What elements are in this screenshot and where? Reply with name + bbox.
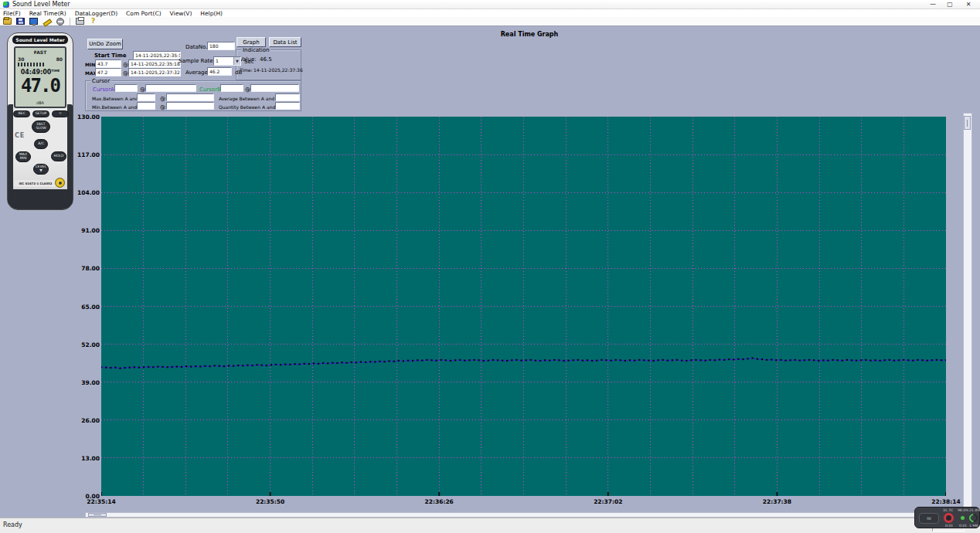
device-fast-slow-button: FASTSLOW — [32, 121, 50, 133]
minimize-button[interactable]: — — [926, 0, 940, 8]
y-tick-label: 91.00 — [81, 227, 100, 234]
stop-icon — [56, 18, 64, 25]
lcd-unit: dBA — [15, 100, 65, 105]
lcd-bargraph — [18, 63, 44, 66]
sec-label: Sec — [244, 59, 254, 65]
datano-label: DataNo. — [185, 44, 207, 50]
max-between-value-field[interactable] — [137, 93, 155, 101]
datano-field[interactable]: 180 — [207, 42, 235, 50]
record-icon[interactable] — [944, 513, 954, 523]
cursor-b-time-field[interactable] — [250, 84, 299, 92]
cursor-b-label: CursorB — [199, 87, 221, 93]
min-between-at: @ — [160, 104, 165, 110]
performance-overlay[interactable]: ≈ 31.7C 0:01 98.0% 0:01 21.4% 1.9M — [914, 507, 980, 528]
scribble-icon[interactable]: ≈ — [919, 513, 939, 524]
menu-view[interactable]: View(V) — [170, 10, 192, 17]
device-hold-button: HOLD — [51, 151, 66, 161]
lcd-range-high: 80 — [56, 56, 63, 62]
menu-file[interactable]: File(F) — [3, 10, 21, 17]
indication-value: 46.5 — [260, 56, 272, 63]
cursor-b-at: @ — [245, 87, 250, 93]
average-label: Average — [185, 70, 208, 76]
device-rec-button: REC — [13, 110, 30, 117]
close-button[interactable]: ✕ — [961, 0, 975, 8]
max-between-time-field[interactable] — [166, 93, 214, 101]
pen-button[interactable] — [42, 17, 52, 25]
save-icon — [16, 18, 25, 25]
x-tick-label: 22:38:14 — [931, 498, 960, 505]
undo-zoom-button[interactable]: UnDo Zoom — [87, 39, 123, 49]
app-icon — [3, 2, 9, 8]
cursor-b-value-field[interactable] — [220, 84, 243, 92]
overlay-gauge-bottom-label: 1.9M — [969, 524, 978, 528]
x-tick-label: 22:37:38 — [763, 498, 791, 505]
help-button[interactable]: ? — [88, 17, 98, 25]
vertical-scrollbar-thumb[interactable] — [964, 116, 971, 130]
mic-level-icon — [961, 516, 965, 520]
db-label: dB — [235, 70, 242, 76]
min-time-field[interactable]: 14-11-2025,22:35:18 — [128, 59, 181, 68]
max-at: @ — [123, 70, 128, 76]
overlay-mic-time: 0:01 — [959, 524, 967, 528]
start-time-label: Start Time — [94, 53, 127, 59]
max-between-label: Max.Between A and B — [92, 96, 143, 101]
control-panel: UnDo Zoom DataNo. 180 Graph Data List In… — [83, 36, 301, 111]
x-tick-label: 22:35:14 — [87, 498, 115, 505]
y-tick-label: 130.00 — [77, 114, 100, 121]
print-button[interactable] — [75, 17, 85, 25]
cursor-a-time-field[interactable] — [145, 84, 196, 92]
data-list-button[interactable]: Data List — [269, 37, 301, 47]
sample-rate-combo[interactable]: 1 ▼ — [213, 56, 241, 66]
x-axis-labels: 22:35:1422:35:5022:36:2622:37:0222:37:38… — [101, 498, 946, 506]
quantity-between-field[interactable] — [275, 102, 300, 110]
sound-level-meter-device-image: Sound Level Meter FAST 30 80 04:49:00TIM… — [7, 32, 73, 210]
device-bottom — [8, 189, 73, 209]
y-tick-label: 26.00 — [81, 416, 100, 423]
stop-button[interactable] — [55, 17, 65, 25]
menu-datalogger[interactable]: DataLogger(D) — [75, 10, 117, 17]
min-value-field[interactable]: 43.7 — [95, 59, 121, 68]
x-tick-label: 22:35:50 — [256, 498, 284, 505]
overlay-mic-top-label: 98.0% — [958, 508, 968, 512]
average-field[interactable]: 46.2 — [207, 67, 232, 76]
menu-bar: File(F) Real Time(R) DataLogger(D) Com P… — [0, 9, 980, 17]
lcd-range-low: 30 — [18, 56, 24, 62]
min-between-time-field[interactable] — [166, 102, 214, 110]
open-button[interactable] — [2, 17, 12, 25]
device-level-button: LEVEL▼ — [33, 164, 49, 175]
min-label: MIN — [20, 157, 27, 161]
max-value-field[interactable]: 47.2 — [95, 68, 121, 76]
overlay-rec-top-label: 31.7C — [943, 508, 953, 512]
min-between-value-field[interactable] — [137, 102, 155, 110]
maximize-button[interactable]: ▢ — [943, 0, 957, 8]
indication-time: 14-11-2025,22:37:36 — [254, 67, 303, 73]
horizontal-scrollbar[interactable] — [85, 512, 962, 518]
status-bar: Ready NUM — [0, 518, 980, 533]
x-tick-label: 22:36:26 — [425, 498, 454, 505]
menu-help[interactable]: Help(H) — [200, 10, 223, 17]
menu-real-time[interactable]: Real Time(R) — [29, 10, 66, 17]
plot-canvas[interactable] — [101, 117, 946, 496]
max-time-field[interactable]: 14-11-2025,22:37:32 — [128, 68, 181, 76]
plot-area[interactable] — [101, 117, 946, 496]
min-at: @ — [123, 62, 128, 68]
menu-com-port[interactable]: Com Port(C) — [126, 10, 161, 17]
horizontal-scrollbar-thumb[interactable] — [88, 513, 107, 517]
y-tick-label: 65.00 — [81, 303, 100, 310]
slow-label: SLOW — [36, 127, 46, 131]
indication-group: Indication Value: 46.5 Time: 14-11-2025,… — [236, 49, 301, 80]
start-time-field[interactable]: 14-11-2025,22:35:14 — [133, 51, 181, 59]
cursor-a-value-field[interactable] — [114, 84, 138, 92]
average-between-label: Average Between A and B — [219, 96, 279, 101]
chevron-down-icon[interactable]: ▼ — [233, 57, 240, 65]
cursor-title: Cursor — [90, 78, 111, 84]
monitor-button[interactable] — [29, 17, 39, 25]
y-tick-label: 13.00 — [81, 454, 100, 461]
device-cert-label: IEC 61672-1 CLASS2 — [14, 180, 57, 187]
monitor-icon — [29, 18, 38, 25]
vertical-scrollbar[interactable] — [963, 113, 972, 512]
graph-button[interactable]: Graph — [236, 37, 266, 47]
save-button[interactable] — [15, 17, 26, 25]
cursor-a-label: CursorA — [93, 87, 114, 93]
average-between-field[interactable] — [275, 93, 300, 101]
